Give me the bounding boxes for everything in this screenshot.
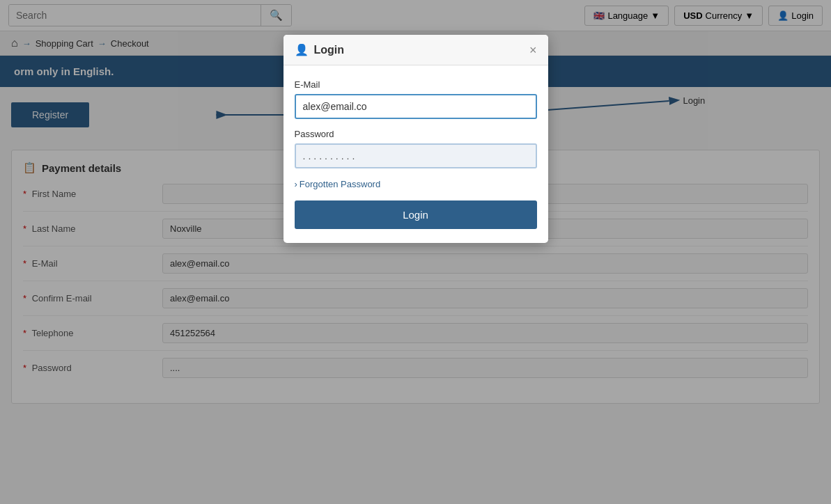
password-field-label: Password [295,129,537,139]
modal-overlay: 👤 Login × E-Mail Password › Forgotten Pa… [0,0,831,411]
login-modal: 👤 Login × E-Mail Password › Forgotten Pa… [284,35,548,243]
modal-title: 👤 Login [295,43,345,56]
modal-password-input[interactable] [295,143,537,168]
modal-body: E-Mail Password › Forgotten Password Log… [284,65,548,243]
modal-close-button[interactable]: × [529,44,537,56]
forgotten-arrow-icon: › [295,179,297,189]
login-submit-button[interactable]: Login [295,200,537,229]
forgotten-password-label: Forgotten Password [300,179,380,189]
login-submit-label: Login [403,209,428,221]
modal-email-input[interactable] [295,94,537,119]
modal-header: 👤 Login × [284,35,548,65]
modal-title-text: Login [314,44,345,56]
email-field-label: E-Mail [295,79,537,90]
forgotten-password-link[interactable]: › Forgotten Password [295,179,381,189]
modal-user-icon: 👤 [295,43,309,56]
close-icon: × [529,43,537,57]
